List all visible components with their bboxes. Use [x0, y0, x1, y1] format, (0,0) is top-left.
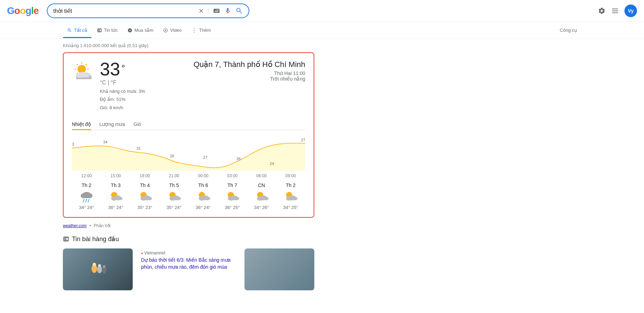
svg-point-15 [83, 73, 90, 77]
forecast-icon-2 [138, 190, 152, 203]
source-link[interactable]: weather.com [63, 223, 87, 228]
tab-gio[interactable]: Gió [133, 119, 141, 130]
nav-bar: Tất cả Tin tức Mua sắm Video ⋮ Thêm Công… [0, 22, 644, 39]
chart-label-5: 26 [236, 157, 241, 161]
forecast-icon-6 [255, 190, 269, 203]
svg-point-25 [117, 197, 123, 200]
temp-fill [72, 143, 305, 171]
forecast-col-0: Th 2 34° 24° [72, 182, 101, 210]
weather-card: 33 ° °C | °F Khả năng có mưa: 3% Độ ẩm: … [63, 52, 314, 218]
weather-tabs: Nhiệt độ Lượng mưa Gió [72, 119, 305, 130]
forecast-icon-1 [109, 190, 123, 203]
svg-point-28 [140, 196, 147, 201]
news-image-partial [244, 248, 314, 290]
news-meta: ♦ Vietnamnet [141, 251, 236, 255]
chart-label-2: 31 [137, 146, 141, 150]
svg-point-40 [228, 196, 234, 201]
forecast-icon-0 [80, 190, 94, 203]
forecast-icon-5 [225, 190, 239, 203]
weather-details: Khả năng có mưa: 3% Độ ẩm: 51% Gió: 8 km… [100, 87, 145, 112]
svg-point-54 [98, 264, 101, 267]
clear-button[interactable] [198, 8, 204, 14]
tab-luong-mua[interactable]: Lượng mưa [100, 119, 125, 130]
chart-label-7: 27 [301, 138, 305, 142]
svg-point-33 [175, 197, 181, 200]
nav-item-tat-ca[interactable]: Tất cả [63, 25, 92, 36]
chart-label-1: 34 [103, 140, 107, 144]
keyboard-button[interactable] [213, 7, 220, 14]
time-label-1: 15:00 [101, 173, 131, 178]
forecast-col-2: Th 4 35° 23° [130, 182, 160, 210]
weather-datetime: Thứ Hai 11:00 [193, 70, 305, 76]
svg-point-49 [292, 197, 298, 200]
svg-point-44 [257, 196, 263, 201]
svg-point-53 [93, 263, 96, 266]
news-image-0 [63, 248, 133, 290]
news-articles: ♦ Vietnamnet Dự báo thời tiết 6/3: Miền … [63, 248, 314, 290]
news-text-card: ♦ Vietnamnet Dự báo thời tiết 6/3: Miền … [138, 248, 239, 290]
tools-button[interactable]: Công cụ [556, 25, 581, 36]
forecast-temp-0: 34° 24° [79, 205, 94, 210]
forecast-col-7: Th 2 34° 25° [276, 182, 306, 210]
shopping-icon [127, 28, 132, 33]
main-content: Khoảng 1.610.000.000 kết quả (0,51 giây) [0, 39, 644, 295]
search-icons [198, 7, 243, 15]
video-icon [163, 28, 168, 33]
news-card-partial [244, 248, 314, 290]
weather-unit[interactable]: °C | °F [100, 80, 145, 86]
chart-label-0: 33 [72, 142, 74, 146]
svg-line-19 [83, 199, 84, 202]
forecast-col-6: CN 34° 26° [247, 182, 276, 210]
weather-temperature: 33 [100, 60, 120, 78]
svg-point-36 [199, 196, 205, 201]
news-title[interactable]: Dự báo thời tiết 6/3: Miền Bắc sáng mưa … [141, 257, 236, 270]
chart-label-6: 24 [270, 162, 274, 166]
svg-point-37 [205, 197, 210, 200]
header-right: Vy [598, 5, 637, 17]
feedback-link[interactable]: Phản hồi [94, 223, 110, 228]
news-section-title: Tin bài hàng đầu [72, 235, 119, 243]
tab-nhiet-do[interactable]: Nhiệt độ [72, 119, 91, 130]
news-section-icon [63, 236, 69, 242]
news-section: Tin bài hàng đầu ♦ [63, 235, 314, 290]
nav-item-them[interactable]: ⋮ Thêm [187, 24, 215, 36]
search-button[interactable] [235, 7, 243, 15]
news-icon [97, 28, 102, 33]
search-icon [67, 28, 72, 33]
svg-point-29 [146, 197, 152, 200]
svg-line-7 [86, 64, 87, 65]
avatar[interactable]: Vy [624, 5, 637, 17]
time-label-6: 06:00 [247, 173, 276, 178]
mic-button[interactable] [224, 7, 231, 14]
svg-point-18 [86, 193, 93, 198]
forecast-icon-4 [196, 190, 210, 203]
weather-temp-block: 33 ° °C | °F Khả năng có mưa: 3% Độ ẩm: … [100, 60, 145, 112]
nav-item-video[interactable]: Video [159, 25, 186, 36]
nav-item-tin-tuc[interactable]: Tin tức [93, 25, 122, 36]
divider [208, 7, 209, 14]
forecast-icon-7 [284, 190, 298, 203]
forecast-col-5: Th 7 36° 25° [218, 182, 247, 210]
svg-point-55 [103, 265, 105, 268]
weather-condition: Trời nhiều nắng [193, 76, 305, 82]
apps-button[interactable] [611, 7, 619, 15]
time-labels: 12:00 15:00 18:00 21:00 00:00 03:00 06:0… [72, 173, 305, 178]
time-label-0: 12:00 [72, 173, 101, 178]
chart-area: 33 34 31 28 27 26 24 27 [72, 136, 305, 171]
svg-point-24 [111, 196, 117, 201]
svg-point-14 [76, 73, 83, 78]
weather-icon-large [72, 60, 94, 82]
forecast-icon-3 [167, 190, 181, 203]
weather-top: 33 ° °C | °F Khả năng có mưa: 3% Độ ẩm: … [72, 60, 305, 112]
news-header: Tin bài hàng đầu [63, 235, 314, 243]
svg-point-32 [169, 196, 176, 201]
time-label-4: 00:00 [189, 173, 218, 178]
forecast-col-4: Th 6 36° 24° [189, 182, 218, 210]
time-label-2: 18:00 [130, 173, 160, 178]
placeholder-image-icon [87, 259, 108, 280]
settings-button[interactable] [598, 7, 606, 15]
search-input[interactable] [53, 8, 195, 14]
nav-item-mua-sam[interactable]: Mua sắm [123, 25, 158, 36]
results-count: Khoảng 1.610.000.000 kết quả (0,51 giây) [63, 43, 581, 48]
news-card-0 [63, 248, 133, 290]
